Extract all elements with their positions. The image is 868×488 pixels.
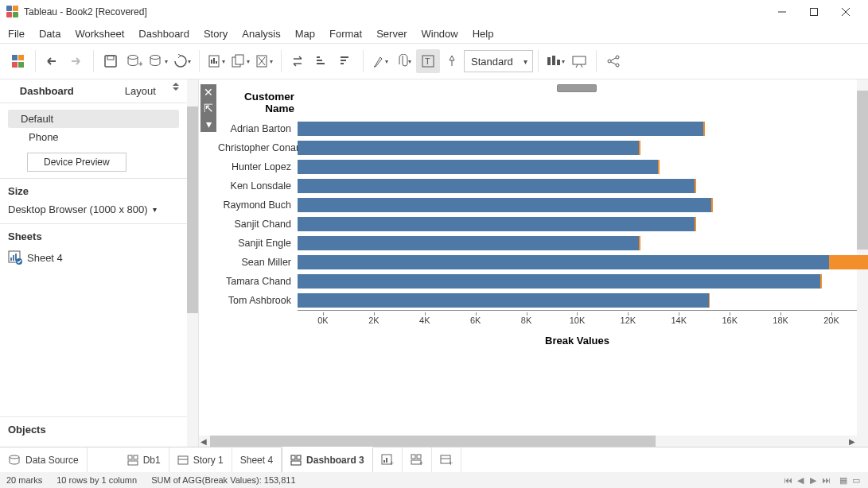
maximize-button[interactable] [798, 0, 830, 24]
menu-file[interactable]: File [8, 28, 25, 40]
swap-button[interactable] [286, 49, 310, 73]
menu-dashboard[interactable]: Dashboard [138, 28, 189, 40]
menu-story[interactable]: Story [204, 28, 228, 40]
device-preview-button[interactable]: Device Preview [27, 153, 127, 172]
show-filmstrip-icon[interactable]: ▦ [838, 475, 849, 486]
redo-button[interactable] [64, 49, 88, 73]
undo-button[interactable] [41, 49, 64, 73]
bar-segment-blue[interactable] [298, 236, 639, 250]
bar-segment-orange[interactable] [639, 236, 640, 250]
bar-segment-blue[interactable] [298, 217, 695, 231]
share-button[interactable] [601, 49, 625, 73]
bar-segment-blue[interactable] [298, 274, 820, 289]
menu-analysis[interactable]: Analysis [242, 28, 280, 40]
minimize-button[interactable] [766, 0, 798, 24]
pause-updates-button[interactable]: ▾ [146, 49, 170, 73]
duplicate-button[interactable]: ▾ [228, 49, 252, 73]
bar-segment-orange[interactable] [695, 217, 696, 231]
tab-layout[interactable]: Layout [94, 79, 188, 103]
new-worksheet-button[interactable]: ▾ [204, 49, 228, 73]
attach-button[interactable]: ▾ [392, 49, 416, 73]
bar-row[interactable]: Christopher Conant [218, 138, 857, 157]
size-dropdown[interactable]: Desktop Browser (1000 x 800) [8, 202, 179, 217]
device-phone[interactable]: Phone [8, 128, 179, 146]
show-labels-button[interactable]: T [416, 49, 440, 73]
bar-segment-blue[interactable] [298, 122, 703, 136]
close-button[interactable] [830, 0, 862, 24]
tab-sheet4[interactable]: Sheet 4 [232, 447, 282, 472]
show-me-button[interactable]: ▾ [543, 49, 567, 73]
refresh-button[interactable]: ▾ [170, 49, 194, 73]
bar-row[interactable]: Sean Miller [218, 253, 857, 272]
menu-worksheet[interactable]: Worksheet [75, 28, 124, 40]
canvas-vscroll-thumb[interactable] [857, 91, 868, 250]
presentation-button[interactable] [567, 49, 591, 73]
bar-segment-blue[interactable] [298, 141, 639, 155]
device-default[interactable]: Default [8, 110, 179, 128]
menu-data[interactable]: Data [39, 28, 60, 40]
bar-row[interactable]: Tom Ashbrook [218, 291, 857, 310]
tab-db1[interactable]: Db1 [119, 447, 169, 472]
zone-goto-icon[interactable]: ⇱ [200, 100, 216, 116]
bar-segment-blue[interactable] [298, 160, 658, 174]
bar-row[interactable]: Sanjit Engle [218, 234, 857, 253]
bar-row[interactable]: Ken Lonsdale [218, 176, 857, 196]
bar-segment-orange[interactable] [703, 122, 705, 136]
nav-next-icon[interactable]: ▶ [808, 475, 819, 486]
bar-segment-blue[interactable] [298, 293, 709, 308]
svg-line-30 [576, 64, 578, 68]
bar-segment-orange[interactable] [820, 274, 822, 289]
highlight-button[interactable]: ▾ [368, 49, 392, 73]
bar-row[interactable]: Tamara Chand [218, 272, 857, 291]
bar-segment-orange[interactable] [829, 255, 868, 269]
bar-segment-orange[interactable] [695, 179, 696, 193]
bar-segment-blue[interactable] [298, 255, 829, 269]
svg-text:+: + [138, 60, 142, 68]
nav-first-icon[interactable]: ⏮ [782, 475, 793, 485]
bar-segment-blue[interactable] [298, 198, 711, 212]
row-label: Sean Miller [218, 257, 298, 268]
svg-text:+: + [390, 459, 394, 467]
bar-segment-orange[interactable] [711, 198, 713, 212]
pin-button[interactable] [440, 49, 464, 73]
sort-asc-button[interactable] [310, 49, 334, 73]
bar-segment-blue[interactable] [298, 179, 695, 193]
new-story-tab-button[interactable]: + [432, 447, 461, 472]
status-bar: 20 marks 10 rows by 1 column SUM of AGG(… [0, 472, 868, 488]
menu-help[interactable]: Help [473, 28, 494, 40]
menu-map[interactable]: Map [295, 28, 315, 40]
menu-format[interactable]: Format [329, 28, 362, 40]
datasource-icon [8, 454, 21, 467]
tableau-icon[interactable] [6, 49, 30, 73]
menu-window[interactable]: Window [421, 28, 457, 40]
fit-dropdown[interactable]: Standard [464, 50, 533, 72]
nav-prev-icon[interactable]: ◀ [795, 475, 806, 486]
bar-row[interactable]: Hunter Lopez [218, 157, 857, 176]
clear-button[interactable]: ▾ [252, 49, 276, 73]
sort-desc-button[interactable] [334, 49, 358, 73]
bar-segment-orange[interactable] [639, 141, 640, 155]
zone-remove-icon[interactable]: ✕ [200, 84, 216, 100]
save-button[interactable] [99, 49, 123, 73]
nav-last-icon[interactable]: ⏭ [820, 475, 831, 485]
show-tabs-icon[interactable]: ▭ [850, 475, 862, 486]
tab-dashboard3[interactable]: Dashboard 3 [282, 447, 373, 472]
menu-server[interactable]: Server [376, 28, 407, 40]
new-datasource-button[interactable]: + [123, 49, 146, 73]
bar-row[interactable]: Raymond Buch [218, 196, 857, 215]
sheet-item-sheet4[interactable]: Sheet 4 [8, 247, 179, 268]
bar-segment-orange[interactable] [709, 293, 710, 308]
tab-datasource[interactable]: Data Source [0, 447, 88, 472]
canvas-hscroll-thumb[interactable] [210, 436, 656, 447]
axis-tick: 20K [806, 316, 857, 325]
bar-row[interactable]: Sanjit Chand [218, 215, 857, 234]
zone-more-icon[interactable]: ▾ [200, 116, 216, 132]
new-dashboard-tab-button[interactable]: + [403, 447, 432, 472]
dashboard-canvas[interactable]: ✕ ⇱ ▾ Customer Name Adrian Barton Christ… [199, 79, 868, 447]
left-scrollbar-thumb[interactable] [187, 107, 198, 313]
bar-segment-orange[interactable] [658, 160, 659, 174]
tab-dashboard[interactable]: Dashboard [0, 79, 94, 103]
tab-story1[interactable]: Story 1 [169, 447, 232, 472]
new-worksheet-tab-button[interactable]: + [373, 447, 403, 472]
bar-row[interactable]: Adrian Barton [218, 119, 857, 138]
